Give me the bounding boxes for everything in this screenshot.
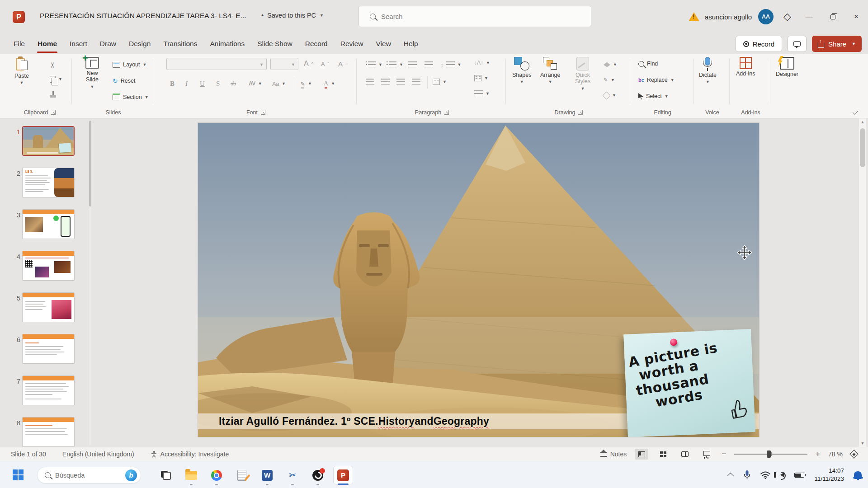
decrease-indent-button[interactable] — [408, 60, 417, 70]
collapse-ribbon-button[interactable] — [853, 109, 858, 114]
word-button[interactable]: W — [257, 466, 277, 484]
tab-draw[interactable]: Draw — [94, 33, 123, 54]
tab-animations[interactable]: Animations — [203, 33, 251, 54]
scroll-up-arrow[interactable]: ▲ — [859, 118, 866, 126]
quick-styles-button[interactable]: Quick Styles ▼ — [570, 57, 595, 91]
fit-slide-button[interactable] — [849, 450, 859, 459]
addins-button[interactable]: Add-ins — [736, 57, 755, 77]
close-button[interactable]: × — [844, 0, 868, 33]
slide-counter[interactable]: Slide 1 of 30 — [11, 450, 46, 458]
shape-outline-button[interactable]: ✎▼ — [604, 75, 615, 85]
paste-button[interactable]: Paste ▼ — [14, 57, 29, 85]
tab-design[interactable]: Design — [123, 33, 157, 54]
start-button[interactable] — [13, 469, 24, 480]
dialog-launcher-icon[interactable] — [261, 110, 265, 115]
chrome-button[interactable] — [207, 466, 226, 484]
text-direction-button[interactable]: ↓A↑▼ — [474, 58, 490, 68]
tray-microphone-icon[interactable] — [744, 470, 750, 480]
obs-button[interactable] — [308, 466, 328, 484]
notification-bell-icon[interactable] — [854, 471, 862, 479]
tab-slide-show[interactable]: Slide Show — [251, 33, 299, 54]
view-normal-button[interactable] — [635, 449, 648, 460]
line-spacing-button[interactable]: ↕▼ — [441, 60, 461, 70]
powerpoint-app-icon[interactable]: P — [13, 11, 25, 23]
tray-expand-icon[interactable] — [727, 473, 734, 479]
select-button[interactable]: Select▼ — [638, 91, 669, 101]
language-status[interactable]: English (United Kingdom) — [62, 450, 134, 458]
thumbnail-scrollbar[interactable] — [89, 121, 91, 445]
thumbnail-slide-8[interactable] — [22, 417, 75, 447]
view-slideshow-button[interactable] — [700, 449, 713, 460]
justify-button[interactable] — [412, 77, 420, 87]
cut-button[interactable]: ✂ — [50, 60, 56, 70]
underline-button[interactable]: U — [200, 79, 205, 89]
notepad-button[interactable] — [232, 466, 252, 484]
align-center-button[interactable] — [381, 77, 390, 87]
reset-button[interactable]: ↻Reset — [113, 76, 135, 86]
find-button[interactable]: Find — [638, 59, 658, 69]
search-bar[interactable] — [359, 6, 591, 27]
save-status[interactable]: • Saved to this PC ▼ — [261, 12, 324, 19]
highlight-color-button[interactable]: ✎▼ — [300, 79, 312, 89]
record-button[interactable]: Record — [736, 36, 782, 52]
zoom-level[interactable]: 78 % — [828, 450, 843, 458]
strikethrough-button[interactable]: ab — [231, 79, 236, 89]
convert-smartart-button[interactable]: ▼ — [474, 89, 490, 99]
dialog-launcher-icon[interactable] — [578, 110, 583, 115]
volume-icon[interactable] — [780, 472, 784, 478]
align-left-button[interactable] — [366, 77, 374, 87]
thumbnail-slide-1[interactable] — [22, 126, 75, 156]
file-explorer-button[interactable] — [181, 466, 201, 484]
bing-icon[interactable]: b — [125, 469, 137, 481]
shape-effects-button[interactable]: ▼ — [604, 90, 616, 100]
copy-button[interactable]: ▼ — [50, 74, 62, 84]
notes-toggle[interactable]: Notes — [600, 450, 627, 458]
restore-button[interactable] — [821, 0, 844, 33]
arrange-button[interactable]: Arrange ▼ — [540, 57, 560, 84]
task-view-button[interactable] — [156, 466, 176, 484]
text-shadow-button[interactable]: S — [216, 79, 220, 89]
sticky-note[interactable]: A picture is worth a thousand words — [623, 329, 755, 437]
thumbnail-slide-4[interactable] — [22, 251, 75, 281]
minimize-button[interactable]: — — [797, 0, 821, 33]
dialog-launcher-icon[interactable] — [444, 110, 449, 115]
thumbnail-slide-7[interactable] — [22, 375, 75, 405]
slide-canvas[interactable]: Itziar Agulló Fernández. 1º SCE. History… — [198, 123, 759, 437]
change-case-button[interactable]: Aa▼ — [272, 79, 286, 89]
font-name-combo[interactable]: ▼ — [166, 58, 267, 70]
search-input[interactable] — [381, 13, 553, 20]
zoom-slider[interactable] — [734, 454, 807, 455]
accessibility-status[interactable]: Accessibility: Investigate — [151, 450, 229, 458]
tab-help[interactable]: Help — [397, 33, 425, 54]
thumbnail-slide-6[interactable] — [22, 334, 75, 364]
tab-review[interactable]: Review — [334, 33, 370, 54]
taskbar-search-input[interactable] — [55, 472, 118, 479]
warning-icon[interactable] — [689, 12, 699, 21]
scroll-down-arrow[interactable]: ▼ — [859, 440, 866, 447]
comments-button[interactable] — [788, 36, 807, 52]
font-size-combo[interactable]: ▼ — [270, 58, 298, 70]
tab-insert[interactable]: Insert — [63, 33, 94, 54]
bullets-button[interactable]: ▼ — [366, 60, 382, 70]
replace-button[interactable]: bcReplace▼ — [638, 75, 675, 85]
dictate-button[interactable]: Dictate ▼ — [699, 57, 717, 84]
section-button[interactable]: Section▼ — [113, 92, 149, 102]
align-right-button[interactable] — [396, 77, 405, 87]
taskbar-search[interactable]: b — [37, 467, 141, 483]
character-spacing-button[interactable]: AV▼ — [249, 79, 262, 89]
user-name[interactable]: asuncion agullo — [705, 13, 752, 21]
new-slide-button[interactable]: New Slide ▼ — [77, 57, 107, 89]
format-painter-button[interactable] — [50, 89, 56, 99]
view-slide-sorter-button[interactable] — [656, 449, 670, 460]
italic-button[interactable]: I — [185, 79, 188, 89]
slide-scrollbar[interactable]: ▲ ▼ — [859, 118, 866, 447]
scrollbar-thumb[interactable] — [860, 128, 865, 167]
numbering-button[interactable]: ▼ — [387, 60, 403, 70]
zoom-in-button[interactable]: + — [816, 450, 820, 459]
scrollbar-thumb[interactable] — [89, 121, 91, 206]
shapes-button[interactable]: Shapes ▼ — [512, 57, 531, 84]
battery-icon[interactable] — [794, 473, 804, 478]
shape-fill-button[interactable]: ▼ — [604, 60, 617, 70]
snipping-tool-button[interactable]: ✂ — [283, 466, 302, 484]
thumbnail-slide-5[interactable] — [22, 292, 75, 322]
